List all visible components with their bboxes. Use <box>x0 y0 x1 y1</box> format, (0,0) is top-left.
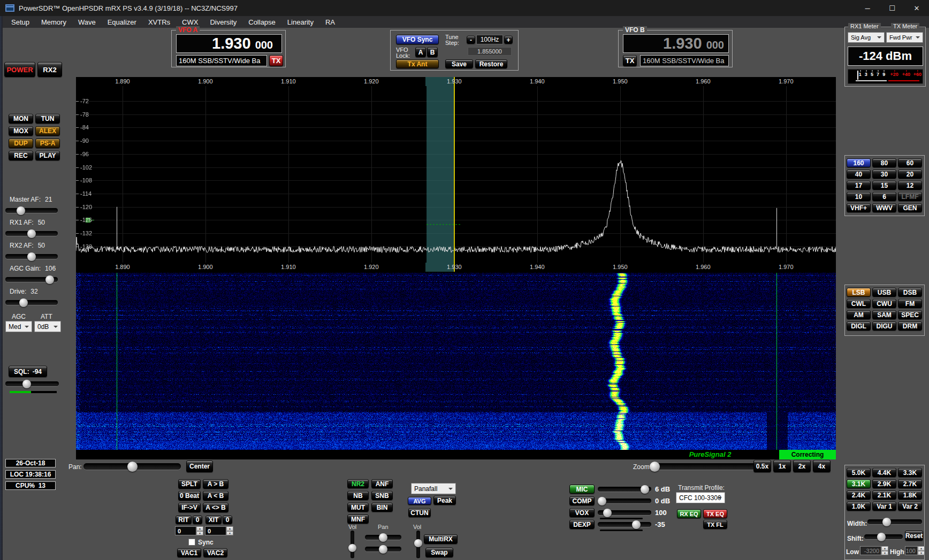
band-button[interactable]: GEN <box>898 203 922 212</box>
width-knob[interactable] <box>882 518 891 526</box>
tx-meter-select[interactable]: Fwd Pwr <box>886 32 923 43</box>
dsp-button[interactable]: SNB <box>371 491 393 500</box>
ctun-button[interactable]: CTUN <box>408 508 431 517</box>
pan-slider[interactable] <box>83 460 181 473</box>
xit-zero-button[interactable]: 0 <box>223 516 232 524</box>
band-button[interactable]: VHF+ <box>847 203 871 212</box>
mode-button[interactable]: DIGL <box>847 321 871 331</box>
filter-button[interactable]: 4.4K <box>872 468 896 477</box>
tune-step-minus-button[interactable]: - <box>467 36 475 44</box>
filter-button[interactable]: 2.1K <box>872 490 896 500</box>
mode-button[interactable]: FM <box>898 299 922 308</box>
tx-eq-button[interactable]: TX EQ <box>703 509 727 518</box>
rit-value[interactable]: 0 <box>175 526 196 535</box>
zoom-knob[interactable] <box>650 462 660 472</box>
menu-item[interactable]: XVTRs <box>142 18 176 26</box>
swap-button[interactable]: Swap <box>425 548 453 557</box>
rx1-pan-knob[interactable] <box>379 533 387 542</box>
tx-audio-slider[interactable] <box>598 508 651 518</box>
filter-button[interactable]: 5.0K <box>847 468 871 477</box>
tx-audio-knob[interactable] <box>598 497 606 505</box>
vfo-lock-b-button[interactable]: B <box>427 47 438 57</box>
band-button[interactable]: 20 <box>898 170 922 179</box>
mode-button[interactable]: DRM <box>898 321 922 331</box>
vfo-b-band-combo[interactable]: 160M SSB/SSTV/Wide Ba <box>640 55 729 66</box>
width-slider[interactable] <box>867 517 922 527</box>
rit-zero-button[interactable]: 0 <box>193 516 202 524</box>
zoom-slider[interactable] <box>650 460 757 473</box>
vfo-op-button[interactable]: A > B <box>203 479 229 489</box>
filter-high-arrows[interactable] <box>918 546 925 555</box>
att-select[interactable]: 0dB <box>34 321 61 332</box>
spectrum-display[interactable] <box>76 86 836 263</box>
rx1-meter-select[interactable]: Sig Avg <box>848 32 885 43</box>
squelch-slider[interactable] <box>5 379 59 389</box>
rx-eq-button[interactable]: RX EQ <box>677 509 701 518</box>
rx2-vol-knob[interactable] <box>414 539 422 547</box>
vfo-lock-a-button[interactable]: A <box>415 47 426 57</box>
slider-control[interactable] <box>5 251 58 262</box>
sync-checkbox[interactable] <box>188 539 195 546</box>
rx2-vol-slider[interactable] <box>414 531 422 558</box>
filter-button[interactable]: 2.4K <box>847 490 871 500</box>
xit-spinner[interactable]: 0 <box>205 526 233 535</box>
squelch-button[interactable]: SQL: -94 <box>9 366 47 377</box>
rx2-pan-knob[interactable] <box>379 545 387 554</box>
rx1-vol-knob[interactable] <box>348 544 356 552</box>
save-button[interactable]: Save <box>445 59 473 68</box>
band-button[interactable]: 40 <box>847 170 871 179</box>
close-button[interactable]: ✕ <box>904 0 929 16</box>
vfo-b-tx-button[interactable]: TX <box>623 55 637 66</box>
slider-control[interactable] <box>5 205 58 216</box>
vfo-a-band-combo[interactable]: 160M SSB/SSTV/Wide Ba <box>176 55 267 66</box>
peak-button[interactable]: Peak <box>433 496 456 505</box>
vfo-op-button[interactable]: SPLT <box>178 479 201 489</box>
mode-button[interactable]: AM <box>847 310 871 319</box>
tx-audio-button[interactable]: MIC <box>569 485 595 494</box>
slider-control[interactable] <box>5 228 58 239</box>
menu-item[interactable]: Collapse <box>242 18 281 26</box>
vfo-op-button[interactable]: IF->V <box>178 503 201 512</box>
slider-knob[interactable] <box>17 206 25 215</box>
band-button[interactable]: 6 <box>872 192 896 201</box>
menu-item[interactable]: CWX <box>176 18 204 26</box>
filter-button[interactable]: 1.0K <box>847 502 871 511</box>
power-button[interactable]: POWER <box>4 62 35 77</box>
rx1-pan-slider[interactable] <box>365 533 401 542</box>
menu-item[interactable]: Diversity <box>204 18 242 26</box>
agc-select[interactable]: Med <box>5 321 32 332</box>
tx-control-button[interactable]: ALEX <box>35 126 60 136</box>
vfo-a-tx-button[interactable]: TX <box>269 55 283 66</box>
filter-high-value[interactable]: -100 <box>905 546 918 555</box>
filter-low-spinner[interactable]: -3200 <box>860 546 888 555</box>
slider-knob[interactable] <box>19 298 28 307</box>
multirx-button[interactable]: MultiRX <box>424 534 458 544</box>
pan-knob[interactable] <box>127 462 138 472</box>
mode-button[interactable]: DIGU <box>872 321 896 331</box>
shift-reset-button[interactable]: Reset <box>905 531 923 541</box>
dsp-button[interactable]: MNF <box>347 515 369 524</box>
filter-button[interactable]: 2.9K <box>872 479 896 488</box>
rx2-button[interactable]: RX2 <box>37 62 62 77</box>
xit-spinner-arrows[interactable] <box>226 526 233 535</box>
zoom-preset-button[interactable]: 2x <box>793 460 811 472</box>
vfo-sync-button[interactable]: VFO Sync <box>396 35 439 44</box>
band-button[interactable]: 160 <box>847 158 871 167</box>
band-button[interactable]: 12 <box>898 181 922 190</box>
slider-knob[interactable] <box>27 252 36 261</box>
rx2-pan-slider[interactable] <box>365 544 401 554</box>
zoom-preset-button[interactable]: 0.5x <box>753 460 771 472</box>
restore-button[interactable]: Restore <box>475 59 507 68</box>
slider-control[interactable] <box>5 297 58 308</box>
tx-control-button[interactable]: DUP <box>9 139 33 148</box>
rit-button[interactable]: RIT <box>176 516 192 524</box>
mode-button[interactable]: SAM <box>872 310 896 319</box>
menu-item[interactable]: Wave <box>72 18 102 26</box>
filter-high-spinner[interactable]: -100 <box>905 546 925 555</box>
tx-control-button[interactable]: MOX <box>9 126 33 136</box>
center-button[interactable]: Center <box>186 461 213 472</box>
xit-value[interactable]: 0 <box>205 526 226 535</box>
rx1-vol-slider[interactable] <box>348 531 356 558</box>
zoom-preset-button[interactable]: 1x <box>773 460 791 472</box>
vfo-b-frequency[interactable]: 1.930 000 <box>623 34 729 53</box>
